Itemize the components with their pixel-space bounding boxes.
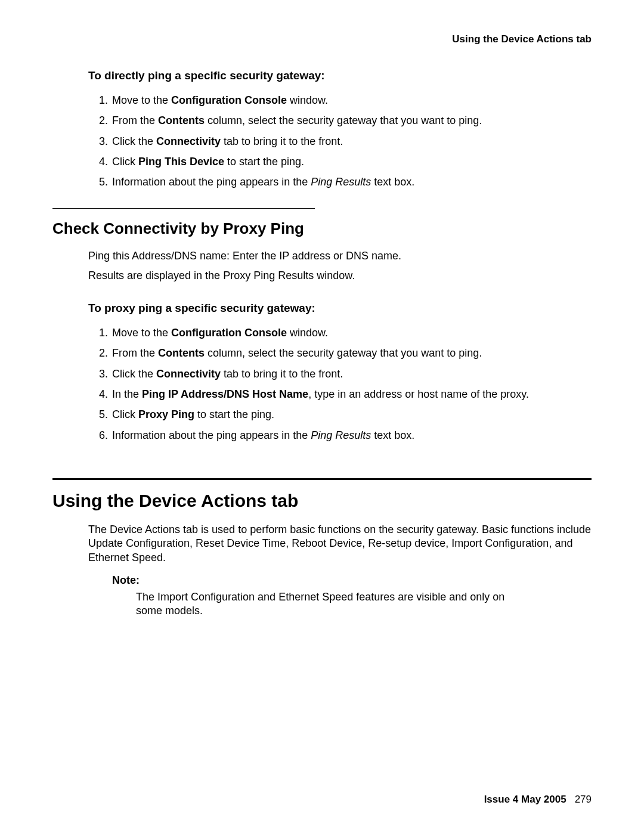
text-bold: Connectivity (156, 135, 221, 147)
text: text box. (371, 429, 414, 441)
subhead-direct-ping: To directly ping a specific security gat… (88, 69, 592, 82)
text: Move to the (112, 327, 171, 339)
text-bold: Ping This Device (138, 156, 224, 168)
note-body: The Import Configuration and Ethernet Sp… (136, 590, 518, 618)
list-item: From the Contents column, select the sec… (111, 346, 592, 360)
heading-proxy-ping: Check Connectivity by Proxy Ping (52, 219, 592, 238)
list-item: Click the Connectivity tab to bring it t… (111, 367, 592, 381)
divider-short (52, 208, 315, 209)
list-item: In the Ping IP Address/DNS Host Name, ty… (111, 387, 592, 401)
text-italic: Ping Results (311, 429, 371, 441)
text: Information about the ping appears in th… (112, 429, 311, 441)
list-item: Information about the ping appears in th… (111, 428, 592, 442)
text-bold: Connectivity (156, 368, 221, 380)
list-item: Move to the Configuration Console window… (111, 93, 592, 107)
text: From the (112, 114, 158, 126)
text: In the (112, 388, 142, 400)
text-bold: Configuration Console (171, 94, 287, 106)
text: to start the ping. (194, 408, 274, 420)
text-bold: Configuration Console (171, 327, 287, 339)
text: column, select the security gateway that… (205, 347, 482, 359)
text: Move to the (112, 94, 171, 106)
list-item: From the Contents column, select the sec… (111, 113, 592, 128)
divider-full (52, 478, 592, 480)
text-italic: Ping Results (311, 176, 371, 188)
paragraph: Ping this Address/DNS name: Enter the IP… (88, 249, 592, 263)
heading-device-actions: Using the Device Actions tab (52, 491, 592, 511)
steps-direct-ping: Move to the Configuration Console window… (93, 93, 592, 189)
text: Click (112, 156, 138, 168)
text: to start the ping. (224, 156, 304, 168)
running-header: Using the Device Actions tab (52, 33, 592, 45)
footer-page-number: 279 (575, 794, 592, 805)
list-item: Information about the ping appears in th… (111, 175, 592, 189)
list-item: Move to the Configuration Console window… (111, 326, 592, 340)
text: window. (287, 94, 328, 106)
note-label: Note: (112, 574, 592, 587)
text: window. (287, 327, 328, 339)
list-item: Click Ping This Device to start the ping… (111, 154, 592, 169)
subhead-proxy-ping: To proxy ping a specific security gatewa… (88, 302, 592, 315)
text-bold: Contents (158, 347, 205, 359)
text: , type in an address or host name of the… (308, 388, 529, 400)
text: column, select the security gateway that… (205, 114, 482, 126)
list-item: Click Proxy Ping to start the ping. (111, 407, 592, 422)
text: tab to bring it to the front. (221, 135, 343, 147)
text: Information about the ping appears in th… (112, 176, 311, 188)
paragraph: The Device Actions tab is used to perfor… (88, 523, 592, 565)
list-item: Click the Connectivity tab to bring it t… (111, 134, 592, 148)
page: Using the Device Actions tab To directly… (0, 0, 644, 833)
footer-issue: Issue 4 May 2005 (484, 794, 566, 805)
text: Click the (112, 368, 156, 380)
text: text box. (371, 176, 414, 188)
text-bold: Ping IP Address/DNS Host Name (142, 388, 308, 400)
text-bold: Proxy Ping (138, 408, 194, 420)
text: Click the (112, 135, 156, 147)
paragraph: Results are displayed in the Proxy Ping … (88, 268, 592, 283)
text: tab to bring it to the front. (221, 368, 343, 380)
steps-proxy-ping: Move to the Configuration Console window… (93, 326, 592, 442)
text-bold: Contents (158, 114, 205, 126)
page-footer: Issue 4 May 2005279 (484, 794, 592, 806)
text: From the (112, 347, 158, 359)
text: Click (112, 408, 138, 420)
